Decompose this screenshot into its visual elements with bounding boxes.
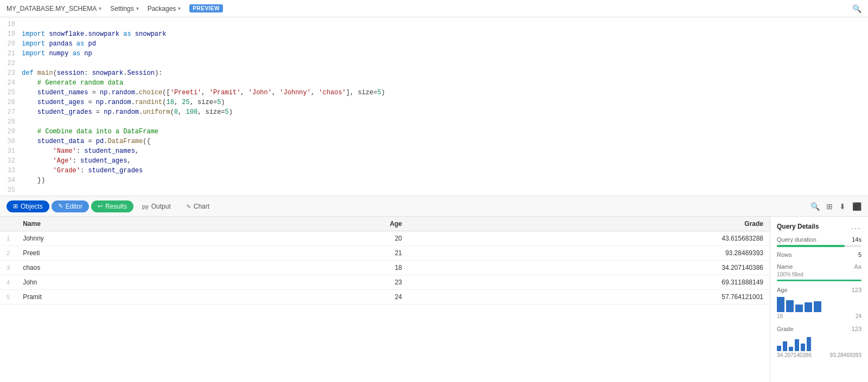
code-content[interactable]: import snowflake.snowpark as snowparkimp… bbox=[20, 17, 868, 196]
grade-chart: 34.207140386 93.28469393 bbox=[777, 334, 861, 358]
age-min: 18 bbox=[777, 313, 783, 319]
row-num: 4 bbox=[0, 275, 16, 290]
output-tab[interactable]: py Output bbox=[136, 200, 177, 212]
grade-min: 34.207140386 bbox=[777, 352, 812, 358]
code-editor[interactable]: 1819202122232425262728293031323334353637… bbox=[0, 17, 868, 196]
row-num: 5 bbox=[0, 290, 16, 305]
name-section: Name Aa 100% filled bbox=[777, 263, 861, 281]
age-max: 24 bbox=[856, 313, 861, 319]
cell-age: 23 bbox=[241, 275, 409, 290]
packages-label: Packages bbox=[148, 5, 176, 12]
main-content: Name Age Grade 1 Johnny 20 43.615683288 … bbox=[0, 217, 868, 382]
table-row: 4 John 23 69.311888149 bbox=[0, 275, 770, 290]
top-bar: MY_DATABASE.MY_SCHEMA ▾ Settings ▾ Packa… bbox=[0, 0, 868, 17]
age-section-label: Age bbox=[777, 287, 788, 293]
name-fill-bar bbox=[777, 280, 861, 281]
table-row: 1 Johnny 20 43.615683288 bbox=[0, 231, 770, 246]
cell-name: Pramit bbox=[16, 290, 241, 305]
grade-bar bbox=[789, 347, 793, 351]
age-chart: 18 24 bbox=[777, 295, 861, 319]
results-label: Results bbox=[105, 203, 127, 210]
table-row: 5 Pramit 24 57.764121001 bbox=[0, 290, 770, 305]
chart-label: Chart bbox=[194, 203, 209, 210]
cell-age: 20 bbox=[241, 231, 409, 246]
objects-icon: ⊞ bbox=[13, 203, 18, 210]
cell-name: chaos bbox=[16, 261, 241, 275]
grade-bar bbox=[801, 344, 805, 351]
toolbar-right: 🔍 ⊞ ⬇ ⬛ bbox=[810, 202, 861, 211]
objects-tab[interactable]: ⊞ Objects bbox=[7, 200, 49, 212]
settings-chevron: ▾ bbox=[136, 5, 139, 11]
duration-value: 14s bbox=[852, 236, 861, 243]
cell-name: Johnny bbox=[16, 231, 241, 246]
cell-grade: 69.311888149 bbox=[409, 275, 770, 290]
grade-section-label: Grade bbox=[777, 326, 794, 332]
cell-name: John bbox=[16, 275, 241, 290]
preview-badge: PREVIEW bbox=[189, 4, 223, 12]
results-tab[interactable]: ↩ Results bbox=[91, 200, 133, 212]
cell-age: 24 bbox=[241, 290, 409, 305]
cell-name: Preeti bbox=[16, 246, 241, 261]
row-num: 3 bbox=[0, 261, 16, 275]
download-icon[interactable]: ⬇ bbox=[839, 202, 846, 211]
rows-label: Rows bbox=[777, 251, 792, 258]
age-bar bbox=[786, 300, 794, 312]
search-results-icon[interactable]: 🔍 bbox=[810, 202, 820, 211]
grade-bar bbox=[777, 346, 781, 351]
chart-tab[interactable]: ∿ Chart bbox=[180, 200, 216, 212]
cell-age: 21 bbox=[241, 246, 409, 261]
cell-age: 18 bbox=[241, 261, 409, 275]
grade-section: Grade 123 34.207140386 93.28469393 bbox=[777, 326, 861, 358]
results-table: Name Age Grade 1 Johnny 20 43.615683288 … bbox=[0, 217, 770, 305]
age-section-type: 123 bbox=[852, 287, 861, 293]
chart-icon: ∿ bbox=[186, 203, 191, 210]
editor-icon: ✎ bbox=[58, 203, 63, 210]
line-numbers: 1819202122232425262728293031323334353637… bbox=[0, 17, 20, 196]
db-schema-selector[interactable]: MY_DATABASE.MY_SCHEMA ▾ bbox=[7, 5, 101, 12]
grade-max: 93.28469393 bbox=[830, 352, 861, 358]
grade-bar bbox=[783, 341, 787, 351]
name-section-label: Name bbox=[777, 263, 793, 270]
age-section: Age 123 18 24 bbox=[777, 287, 861, 319]
expand-icon[interactable]: ⬛ bbox=[852, 202, 861, 211]
rows-value: 5 bbox=[858, 251, 861, 258]
db-schema-label: MY_DATABASE.MY_SCHEMA bbox=[7, 5, 97, 12]
packages-chevron: ▾ bbox=[178, 5, 181, 11]
cell-grade: 43.615683288 bbox=[409, 231, 770, 246]
grade-bar bbox=[807, 337, 811, 351]
grade-section-type: 123 bbox=[852, 326, 861, 332]
col-grade[interactable]: Grade bbox=[409, 217, 770, 231]
query-details-title: Query Details bbox=[777, 223, 819, 230]
settings-label: Settings bbox=[110, 5, 133, 12]
col-name[interactable]: Name bbox=[16, 217, 241, 231]
age-bar bbox=[814, 301, 821, 312]
editor-tab[interactable]: ✎ Editor bbox=[52, 200, 89, 212]
editor-label: Editor bbox=[66, 203, 82, 210]
columns-icon[interactable]: ⊞ bbox=[826, 202, 833, 211]
output-icon: py bbox=[142, 203, 149, 210]
duration-label: Query duration bbox=[777, 236, 816, 243]
duration-progress-bar bbox=[777, 245, 861, 247]
packages-menu[interactable]: Packages ▾ bbox=[148, 5, 181, 12]
age-bar bbox=[795, 305, 803, 312]
name-section-type: Aa bbox=[854, 263, 861, 270]
search-icon[interactable]: 🔍 bbox=[852, 4, 861, 13]
cell-grade: 34.207140386 bbox=[409, 261, 770, 275]
query-details-panel: Query Details ... Query duration 14s Row… bbox=[770, 217, 868, 382]
table-row: 3 chaos 18 34.207140386 bbox=[0, 261, 770, 275]
bottom-toolbar: ⊞ Objects ✎ Editor ↩ Results py Output ∿… bbox=[0, 196, 868, 217]
name-filled: 100% filled bbox=[777, 271, 861, 277]
objects-label: Objects bbox=[21, 203, 43, 210]
age-bar bbox=[777, 297, 784, 312]
results-icon: ↩ bbox=[98, 203, 103, 210]
settings-menu[interactable]: Settings ▾ bbox=[110, 5, 138, 12]
results-table-area[interactable]: Name Age Grade 1 Johnny 20 43.615683288 … bbox=[0, 217, 770, 382]
table-row: 2 Preeti 21 93.28469393 bbox=[0, 246, 770, 261]
db-schema-chevron: ▾ bbox=[99, 5, 101, 11]
query-details-more[interactable]: ... bbox=[851, 222, 861, 231]
grade-bar bbox=[795, 339, 799, 351]
cell-grade: 93.28469393 bbox=[409, 246, 770, 261]
col-age[interactable]: Age bbox=[241, 217, 409, 231]
row-num: 1 bbox=[0, 231, 16, 246]
age-bar bbox=[805, 302, 812, 312]
